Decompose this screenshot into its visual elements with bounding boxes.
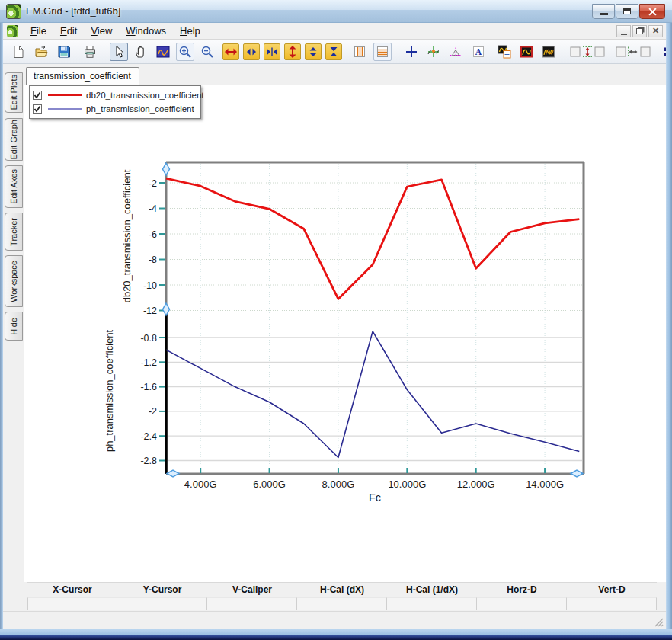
new-document-button[interactable]: [9, 43, 27, 61]
active-plot-button[interactable]: [517, 43, 536, 61]
cursor-col-vert-d: Vert-D: [567, 583, 657, 597]
open-file-button[interactable]: [32, 43, 50, 61]
check-icon: [34, 105, 41, 113]
close-button[interactable]: [639, 4, 665, 19]
sidebar-tab-label: Tracker: [9, 218, 18, 246]
tab-transmission-coefficient[interactable]: transmission_coefficient: [26, 67, 139, 85]
menu-view[interactable]: View: [84, 24, 119, 38]
sidebar-tab-label: Edit Graph: [9, 120, 18, 160]
zoom-out-icon: [200, 45, 214, 59]
check-icon: [34, 91, 41, 99]
legend-item: db20_transmission_coefficient: [33, 88, 197, 102]
minimize-button[interactable]: [592, 4, 615, 19]
menu-file[interactable]: File: [24, 24, 53, 38]
expand-x-icon: [224, 45, 238, 59]
plot-properties-button[interactable]: [495, 43, 514, 61]
legend-checkbox[interactable]: [33, 104, 42, 114]
stretch-y-button[interactable]: [305, 43, 322, 60]
tracker-cursor-button[interactable]: [424, 43, 443, 61]
select-pointer-button[interactable]: [110, 43, 128, 61]
fit-vertical-button[interactable]: [568, 43, 606, 61]
cursor-col-y-cursor: Y-Cursor: [117, 583, 207, 597]
resize-grip[interactable]: [654, 617, 664, 628]
text-label-button[interactable]: A: [469, 43, 488, 61]
sidebar-tab-tracker[interactable]: Tracker: [5, 213, 23, 251]
zoom-in-icon: [178, 45, 192, 59]
cursor-value-cell: [387, 597, 477, 610]
pan-hand-button[interactable]: [132, 43, 150, 61]
document-icon[interactable]: [7, 25, 18, 37]
expand-y-button[interactable]: [284, 43, 301, 60]
toolbar: ALayout: [3, 40, 666, 64]
vertical-sections-button[interactable]: [350, 43, 369, 61]
text-label-icon: A: [472, 45, 485, 59]
cursor-col-horz-d: Horz-D: [477, 583, 567, 597]
cursor-readout-table: X-CursorY-CursorV-CaliperH-Cal (dX)H-Cal…: [27, 582, 657, 610]
plot-properties-icon: [498, 45, 511, 59]
expand-x-button[interactable]: [222, 43, 239, 60]
fit-horizontal-button[interactable]: [614, 43, 652, 61]
title-bar[interactable]: EM.Grid - [fdtd_tut6b]: [0, 0, 672, 23]
child-minimize-icon: [621, 34, 627, 35]
child-restore-icon: [636, 28, 643, 34]
overlay-plots-button[interactable]: [539, 43, 558, 61]
caliper-icon: [449, 45, 462, 59]
sidebar-tab-label: Workspace: [9, 261, 18, 302]
close-icon: [648, 8, 657, 16]
child-minimize-button[interactable]: [616, 25, 631, 37]
cursor-value-cell: [27, 597, 117, 610]
svg-text:A: A: [475, 47, 482, 56]
select-pointer-icon: [112, 45, 126, 59]
sidebar-tab-edit-axes[interactable]: Edit Axes: [5, 165, 23, 208]
plot-canvas[interactable]: [24, 85, 666, 582]
print-button[interactable]: [81, 43, 99, 61]
cursor-col-h-cal-1-dx-: H-Cal (1/dX): [387, 583, 477, 597]
zoom-out-button[interactable]: [198, 43, 216, 61]
tracker-cursor-icon: [427, 45, 440, 59]
fit-horizontal-icon: [616, 45, 651, 59]
zoom-region-icon: [156, 45, 170, 59]
shrink-x-button[interactable]: [264, 43, 280, 60]
menu-windows[interactable]: Windows: [119, 24, 173, 38]
sidebar-tab-hide[interactable]: Hide: [5, 312, 23, 341]
legend-label: db20_transmission_coefficient: [86, 91, 204, 100]
application-window: EM.Grid - [fdtd_tut6b] FileEditViewWindo…: [0, 0, 672, 640]
shrink-y-button[interactable]: [325, 43, 342, 60]
new-document-icon: [11, 45, 25, 59]
cursor-value-cell: [477, 597, 567, 610]
horizontal-sections-button[interactable]: [373, 43, 392, 61]
taskbar-strip: [0, 635, 672, 640]
save-button[interactable]: [55, 43, 73, 61]
sidebar-tab-edit-graph[interactable]: Edit Graph: [5, 118, 23, 161]
overlay-plots-icon: [542, 45, 555, 59]
horizontal-sections-icon: [376, 45, 389, 59]
legend-label: ph_transmission_coefficient: [86, 104, 194, 114]
status-bar: [3, 611, 666, 629]
vertical-sections-icon: [353, 45, 366, 59]
legend-line-sample: [48, 108, 82, 110]
child-restore-button[interactable]: [632, 25, 647, 37]
sidebar-tab-edit-plots[interactable]: Edit Plots: [5, 72, 23, 113]
minimize-icon: [600, 13, 608, 15]
save-icon: [57, 45, 71, 59]
zoom-in-button[interactable]: [176, 43, 194, 61]
stretch-x-button[interactable]: [243, 43, 260, 60]
sidebar: Edit PlotsEdit GraphEdit AxesTrackerWork…: [3, 66, 24, 612]
menu-help[interactable]: Help: [173, 24, 207, 38]
caliper-button[interactable]: [446, 43, 465, 61]
expand-y-icon: [286, 45, 299, 59]
status-text: [3, 615, 8, 624]
menu-bar: FileEditViewWindowsHelp ✕: [3, 23, 666, 40]
zoom-region-button[interactable]: [154, 43, 172, 61]
active-plot-icon: [520, 45, 533, 59]
menu-edit[interactable]: Edit: [53, 24, 84, 38]
document-tab-bar: transmission_coefficient: [24, 66, 666, 85]
crosshair-button[interactable]: [402, 43, 421, 61]
stretch-y-icon: [306, 45, 320, 59]
maximize-button[interactable]: [616, 4, 638, 19]
print-icon: [83, 45, 97, 59]
sidebar-tab-workspace[interactable]: Workspace: [5, 255, 23, 307]
child-close-button[interactable]: ✕: [648, 25, 663, 37]
legend-checkbox[interactable]: [33, 91, 42, 100]
cursor-value-cell: [207, 597, 297, 610]
